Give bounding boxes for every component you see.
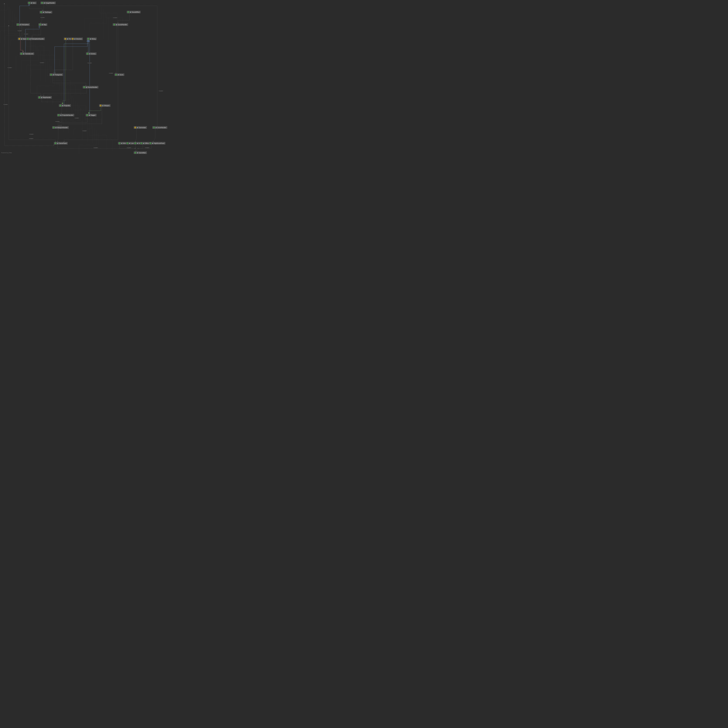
- class-node-pickupitemhandler[interactable]: CPickUpItemHandler: [26, 38, 45, 40]
- node-label: WeaponHandler: [57, 127, 68, 128]
- class-node-gamemain[interactable]: CGameMain: [134, 151, 147, 154]
- create-stereotype-label: «create»: [40, 17, 45, 18]
- lock-icon: [152, 142, 153, 144]
- lock-icon: [62, 105, 63, 106]
- node-label: GameMain: [139, 152, 146, 154]
- class-node-protagonist[interactable]: CProtagonist: [49, 73, 63, 76]
- lock-icon: [130, 11, 131, 13]
- edges-layer: [0, 0, 163, 154]
- create-stereotype-label: «create»: [87, 62, 92, 64]
- class-node-projectile[interactable]: CProjectile: [59, 104, 71, 107]
- enum-badge-icon: E: [100, 105, 101, 106]
- class-node-enemyhandler[interactable]: CEnemyHandler: [83, 86, 98, 89]
- class-badge-icon: C: [135, 142, 136, 144]
- class-node-gamepanel[interactable]: CGamePanel: [54, 142, 68, 145]
- lock-icon: [90, 38, 91, 40]
- node-label: HighScorePanel: [154, 142, 164, 144]
- class-badge-icon: C: [58, 114, 60, 116]
- node-label: PickUpItemHandler: [31, 38, 44, 40]
- create-stereotype-label: «create»: [158, 90, 164, 92]
- class-badge-icon: C: [87, 38, 89, 40]
- node-label: TutorialLevel: [25, 53, 33, 55]
- lock-icon: [21, 38, 22, 40]
- lock-icon: [137, 152, 138, 153]
- class-badge-icon: C: [50, 74, 52, 76]
- class-badge-icon: C: [27, 38, 29, 40]
- node-label: Protagonist: [55, 74, 62, 76]
- lock-icon: [44, 2, 45, 4]
- node-label: Being: [92, 38, 96, 40]
- lock-icon: [23, 53, 24, 55]
- node-label: Map: [44, 24, 46, 26]
- node-label: MapHandler: [43, 97, 51, 98]
- lock-icon: [19, 24, 21, 25]
- lock-icon: [116, 24, 117, 25]
- create-stereotype-label: «create»: [109, 72, 113, 74]
- lock-icon: [121, 142, 122, 144]
- node-label: SoundEffect: [132, 11, 140, 13]
- class-node-enemy[interactable]: CEnemy: [86, 52, 96, 55]
- create-stereotype-label: «create»: [24, 33, 29, 35]
- class-badge-icon: C: [127, 142, 128, 144]
- class-badge-icon: C: [17, 24, 19, 26]
- class-badge-icon: C: [86, 114, 88, 116]
- class-node-item[interactable]: CItem: [28, 2, 37, 4]
- create-stereotype-label: «create»: [17, 30, 22, 31]
- class-badge-icon: C: [28, 2, 30, 4]
- class-badge-icon: C: [135, 152, 136, 154]
- class-node-scorehandler[interactable]: CScoreHandler: [152, 126, 167, 129]
- enum-badge-icon: E: [72, 38, 73, 40]
- class-node-weaponhandler[interactable]: CWeaponHandler: [52, 126, 69, 129]
- class-node-gamestate[interactable]: EGamestate: [134, 126, 147, 129]
- node-label: ImageHandler: [46, 2, 55, 4]
- create-stereotype-label: «create»: [7, 67, 12, 68]
- lock-icon: [41, 97, 42, 98]
- class-node-pickupitem[interactable]: CPickUpItem: [16, 23, 30, 26]
- class-badge-icon: C: [40, 11, 42, 13]
- class-node-highscorepanel[interactable]: CHighScorePanel: [149, 142, 165, 145]
- class-node-imagehandler[interactable]: CImageHandler: [40, 2, 56, 4]
- class-badge-icon: C: [53, 127, 55, 128]
- diagram-canvas[interactable]: CItemCImageHandlerCTileShapeCSoundEffect…: [0, 0, 163, 154]
- footer-credit: Powered by yFiles: [1, 152, 12, 153]
- node-label: Score: [119, 74, 123, 76]
- class-node-tileshape[interactable]: CTileShape: [40, 11, 52, 14]
- class-badge-icon: C: [115, 74, 117, 76]
- lock-icon: [52, 74, 54, 75]
- class-node-projectilehandler[interactable]: CProjectileHandler: [57, 114, 74, 116]
- class-node-direction[interactable]: EDirection: [71, 38, 83, 40]
- class-node-being[interactable]: CBeing: [87, 38, 97, 40]
- class-badge-icon: C: [20, 53, 22, 55]
- create-stereotype-label: «create»: [29, 138, 34, 139]
- create-stereotype-label: «create»: [126, 147, 132, 148]
- node-label: Item: [33, 2, 35, 4]
- class-node-score[interactable]: CScore: [115, 73, 124, 76]
- class-node-soundhandler[interactable]: CSoundHandler: [113, 23, 128, 26]
- lock-icon: [89, 53, 90, 55]
- class-badge-icon: C: [60, 105, 61, 106]
- lock-icon: [129, 142, 130, 144]
- class-badge-icon: C: [38, 96, 40, 98]
- class-badge-icon: C: [141, 142, 142, 144]
- node-label: Direction: [76, 38, 82, 40]
- lock-icon: [41, 24, 43, 25]
- lock-icon: [29, 38, 31, 40]
- lock-icon: [55, 127, 57, 128]
- create-stereotype-label: «create»: [29, 133, 34, 135]
- class-node-weapon[interactable]: EWeapon: [99, 104, 110, 107]
- create-stereotype-label: «create»: [40, 62, 44, 63]
- class-node-tutoriallevel[interactable]: CTutorialLevel: [20, 52, 34, 55]
- class-node-dagger[interactable]: CDagger: [86, 114, 96, 116]
- class-node-soundeffect[interactable]: CSoundEffect: [127, 11, 141, 14]
- node-label: ScoreHandler: [158, 127, 166, 128]
- node-label: TileShape: [45, 12, 51, 13]
- lock-icon: [143, 142, 144, 144]
- class-badge-icon: C: [150, 142, 151, 144]
- lock-icon: [155, 127, 157, 128]
- class-node-maphandler[interactable]: CMapHandler: [38, 96, 52, 99]
- class-node-map[interactable]: CMap: [38, 23, 47, 26]
- lock-icon: [118, 74, 119, 75]
- create-stereotype-label: «create»: [55, 121, 60, 122]
- class-badge-icon: C: [41, 2, 43, 4]
- lock-icon: [86, 87, 87, 88]
